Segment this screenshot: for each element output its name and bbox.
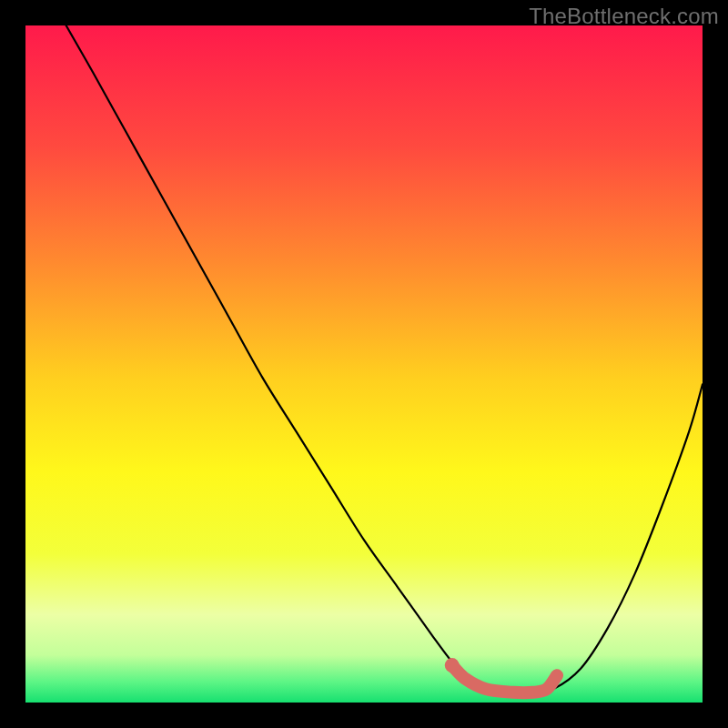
chart-svg bbox=[25, 25, 703, 703]
chart-frame: TheBottleneck.com bbox=[0, 0, 728, 728]
gradient-background bbox=[25, 25, 703, 703]
plot-area bbox=[25, 25, 703, 703]
recommended-start-dot bbox=[445, 658, 460, 672]
watermark-text: TheBottleneck.com bbox=[529, 4, 719, 29]
